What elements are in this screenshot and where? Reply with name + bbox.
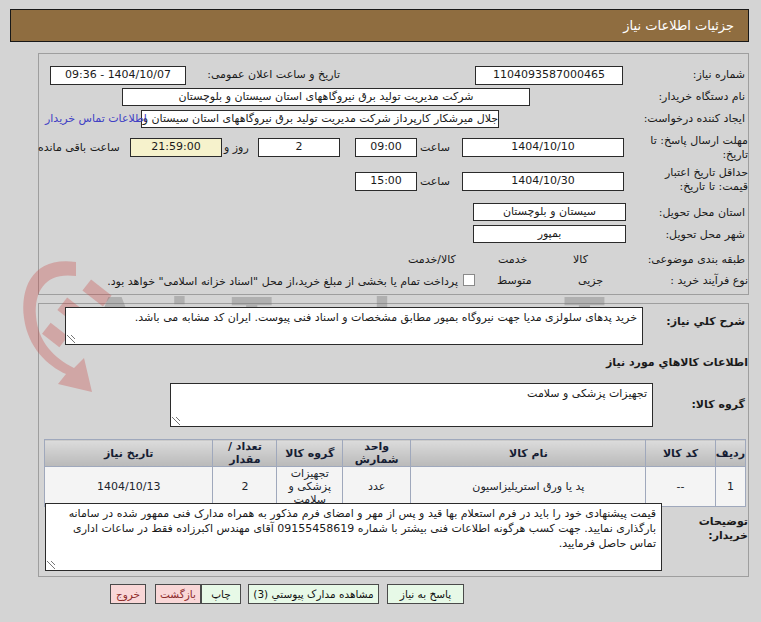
delivery-province-label: استان محل تحویل: [659,206,745,219]
buyer-notes-label: توضیحات خریدار: [684,515,748,543]
view-attached-docs-button[interactable]: مشاهده مدارک پیوستي (3) [248,584,379,604]
page-title: جزئیات اطلاعات نیاز [10,9,749,42]
price-validity-hour-label: ساعت [420,175,450,188]
treasury-payment-checkbox[interactable] [463,274,475,286]
buyer-notes-textarea[interactable]: قیمت پیشنهادی خود را باید در فرم استعلام… [45,503,662,571]
subject-class-label: طبقه بندی موضوعی: [648,253,745,266]
remaining-days-input[interactable]: 2 [258,138,340,157]
treasury-payment-label: پرداخت تمام یا بخشی از مبلغ خرید،از محل … [107,275,458,288]
need-description-label: شرح کلي نیاز: [666,315,745,328]
buyer-name-input[interactable]: شرکت مدیریت تولید برق نیروگاههای استان س… [122,88,530,106]
buyer-contact-link[interactable]: اطلاعات تماس خریدار [45,112,147,125]
cell-need-date: 1404/10/13 [45,467,213,507]
table-header-row: ردیف کد کالا نام کالا واحد شمارش گروه کا… [45,440,746,467]
delivery-city-input[interactable]: بمپور [473,225,626,243]
cell-goods-code: -- [646,467,715,507]
cell-count-unit: عدد [343,467,411,507]
cell-goods-group: تجهیزات پزشکی و سلامت [277,467,343,507]
need-description-text: خرید پدهای سلولزی مدیا جهت نیروگاه بمپور… [135,311,637,324]
delivery-province-input[interactable]: سیستان و بلوچستان [473,203,626,221]
buyer-name-label: نام دستگاه خریدار: [658,90,745,103]
col-goods-name: نام کالا [411,440,646,467]
radio-goods-service-label: کالا/خدمت [408,253,456,266]
announce-datetime-label: تاریخ و ساعت اعلان عمومی: [207,68,340,81]
resize-grip-icon[interactable] [172,417,180,425]
delivery-city-label: شهر محل تحویل: [665,228,745,241]
reply-deadline-hour-label: ساعت [420,141,450,154]
goods-table: ردیف کد کالا نام کالا واحد شمارش گروه کا… [44,439,746,507]
radio-medium-label: متوسط [497,274,532,287]
col-quantity: تعداد / مقدار [213,440,277,467]
resize-grip-icon[interactable] [67,335,75,343]
back-button[interactable]: بازگشت [155,584,201,604]
countdown-timer: 21:59:00 [130,138,222,157]
request-creator-input[interactable]: جلال میرشکار کارپرداز شرکت مدیریت تولید … [141,110,499,128]
resize-grip-icon[interactable] [47,561,55,569]
price-validity-date-input[interactable]: 1404/10/30 [462,172,624,191]
tender-detail-page: { "title": "جزئیات اطلاعات نیاز", "water… [0,0,761,622]
col-need-date: تاریخ نیاز [45,440,213,467]
goods-section-title: اطلاعات کالاهاي مورد نیاز [606,356,748,369]
request-creator-label: ایجاد کننده درخواست: [644,112,745,125]
exit-button[interactable]: خروج [110,584,146,604]
table-row: 1 -- پد یا ورق استریلیزاسیون عدد تجهیزات… [45,467,746,507]
reply-deadline-label: مهلت ارسال پاسخ: تا تاریخ: [633,134,748,162]
goods-group-textarea[interactable]: تجهیزات پزشکی و سلامت [170,383,653,427]
cell-row-number: 1 [715,467,745,507]
goods-group-text: تجهیزات پزشکی و سلامت [527,387,647,400]
need-number-input[interactable]: 1104093587000465 [475,66,623,85]
need-number-label: شماره نیاز: [693,68,745,81]
announce-datetime-input[interactable]: 1404/10/07 - 09:36 [50,66,186,85]
col-count-unit: واحد شمارش [343,440,411,467]
price-validity-label: حداقل تاریخ اعتبار قیمت: تا تاریخ: [636,166,748,194]
reply-to-need-button[interactable]: پاسخ به نیاز [387,584,464,604]
days-and-label: روز و [224,141,249,154]
goods-group-label: گروه کالا: [691,398,745,411]
radio-partial-label: جزیی [578,274,603,287]
need-description-textarea[interactable]: خرید پدهای سلولزی مدیا جهت نیروگاه بمپور… [65,307,643,345]
price-validity-time-input[interactable]: 15:00 [355,172,417,191]
col-goods-code: کد کالا [646,440,715,467]
process-type-label: نوع فرآیند خرید : [670,274,748,287]
cell-quantity: 2 [213,467,277,507]
cell-goods-name[interactable]: پد یا ورق استریلیزاسیون [411,467,646,507]
radio-service-label: خدمت [498,253,527,266]
reply-deadline-time-input[interactable]: 09:00 [355,138,417,157]
radio-goods-label: کالا [573,253,588,266]
buyer-notes-text: قیمت پیشنهادی خود را باید در فرم استعلام… [69,507,656,550]
hours-remaining-label: ساعت باقی مانده [38,141,120,154]
col-goods-group: گروه کالا [277,440,343,467]
col-row-number: ردیف [715,440,745,467]
reply-deadline-date-input[interactable]: 1404/10/10 [462,138,624,157]
print-button[interactable]: چاپ [201,584,241,604]
